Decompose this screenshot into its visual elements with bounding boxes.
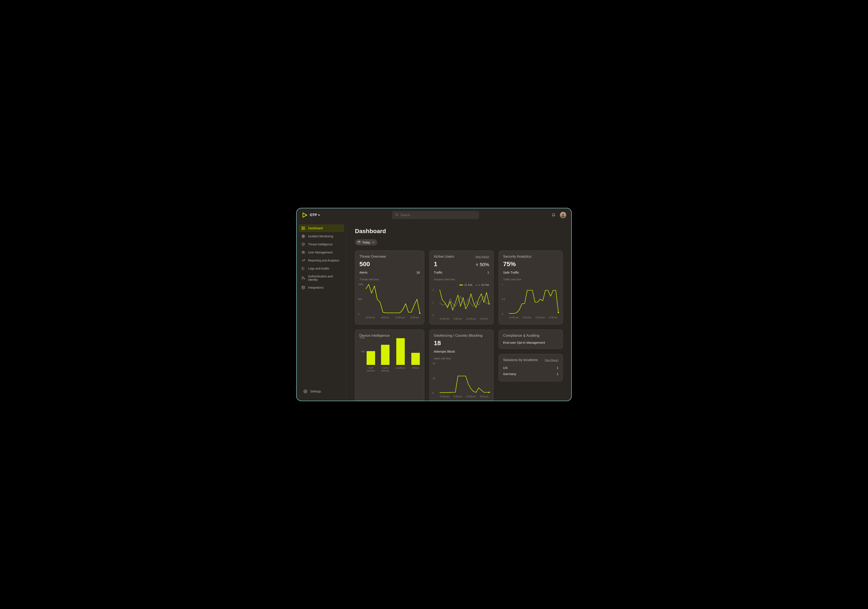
sidebar-item-integrations[interactable]: Integrations [299, 284, 344, 291]
svg-point-12 [302, 251, 303, 253]
sidebar-item-label: User Management [308, 251, 332, 254]
card-title: Active Users [434, 254, 454, 259]
svg-point-25 [558, 312, 559, 313]
svg-point-9 [302, 235, 305, 238]
chart-label: Traffic over time [503, 278, 558, 281]
content: Dashboard Today ✕ Threat Overview 500 Al… [346, 222, 571, 401]
close-icon[interactable]: ✕ [372, 241, 375, 244]
filter-chip-label: Today [362, 241, 370, 244]
search-input[interactable] [400, 213, 476, 217]
metric-value: 500 [360, 260, 420, 268]
sub-label: Alerts [360, 271, 367, 274]
chart-icon [301, 259, 305, 262]
card-title: Sessions by locations [503, 358, 538, 362]
metric-value: 75% [503, 260, 558, 268]
sub-label: Traffic [434, 271, 442, 274]
svg-point-14 [302, 277, 304, 278]
page-title: Dashboard [355, 228, 563, 235]
session-row: US1 [503, 365, 558, 371]
line-chart: 01020 [434, 362, 489, 394]
bell-icon[interactable] [552, 212, 556, 218]
sidebar-item-label: Reporting and Analytics [308, 259, 339, 262]
svg-point-15 [304, 278, 305, 279]
x-axis-ticks: 12:00 am6:00 am12:00 pm6:00 pm [360, 315, 420, 319]
view-report-link[interactable]: View Report [475, 255, 489, 258]
svg-rect-8 [304, 229, 305, 230]
chart-label: Threats with time [360, 278, 420, 281]
user-key-icon [301, 276, 305, 280]
sidebar-item-reporting-and-analytics[interactable]: Reporting and Analytics [299, 257, 344, 264]
sidebar-item-threat-intelligence[interactable]: Threat Intelligence [299, 240, 344, 248]
logo-icon [302, 212, 308, 218]
delta-value: 50% [475, 262, 489, 267]
filter-chip-today[interactable]: Today ✕ [355, 239, 377, 245]
sidebar-item-label: Logs and Audits [308, 267, 329, 270]
card-active-users: Active Users View Report 1 50% Tr [429, 251, 494, 324]
svg-line-3 [397, 215, 398, 216]
line-chart: 05001000 [360, 283, 420, 315]
sidebar-item-dashboard[interactable]: Dashboard [299, 225, 344, 232]
card-threat-overview: Threat Overview 500 Alerts 18 Threats wi… [355, 251, 424, 324]
card-compliance: Compliance & Auditing End-user Opt-in Ma… [499, 330, 563, 349]
chart-legend: 21 Feb 20 Feb [434, 284, 489, 287]
sessions-list: US1Germany1 [503, 365, 558, 377]
card-sessions-by-location: Sessions by locations View Report US1Ger… [499, 354, 563, 381]
svg-rect-7 [302, 229, 303, 230]
card-title: Compliance & Auditing [503, 333, 539, 338]
bar-chart: 5001000 VoIP devicesCarrier devicesLandl… [360, 338, 420, 372]
svg-point-13 [304, 251, 305, 253]
sidebar-item-user-management[interactable]: User Management [299, 249, 344, 256]
sidebar-item-authentication-and-identity[interactable]: Authentication and Identity [299, 273, 344, 283]
svg-point-2 [396, 214, 398, 215]
sidebar-item-label: Integrations [308, 286, 324, 289]
svg-point-1 [306, 214, 307, 215]
sub-value: 18 [416, 271, 420, 274]
sub-label: Attempts Block [434, 350, 455, 353]
brand: OTP + [302, 212, 344, 218]
session-row: Germany1 [503, 371, 558, 377]
svg-point-22 [419, 313, 421, 314]
gear-icon [304, 389, 307, 393]
card-device-intelligence: Device Intelligence 5001000 VoIP devices… [355, 330, 424, 401]
chart-label: Sessions with time [434, 278, 489, 281]
chart-label: Sales with time [434, 357, 489, 360]
search-icon [395, 213, 398, 217]
metric-value: 1 [434, 260, 437, 268]
topbar: OTP + [297, 208, 571, 222]
svg-point-10 [302, 236, 304, 237]
sidebar: DashboardIncident MonitoringThreat Intel… [297, 222, 346, 401]
sidebar-item-label: Settings [310, 390, 321, 393]
svg-point-17 [305, 391, 306, 392]
x-axis-ticks: 12:00 am6:00 am12:00 pm6:00 pm [503, 315, 558, 319]
svg-rect-6 [304, 227, 305, 228]
search-box[interactable] [392, 211, 479, 219]
target-icon [301, 234, 305, 238]
sidebar-item-label: Threat Intelligence [308, 243, 332, 246]
rocket-icon [301, 267, 305, 270]
avatar[interactable] [560, 212, 566, 218]
svg-point-4 [562, 214, 564, 215]
svg-point-16 [302, 286, 305, 287]
grid-icon [301, 226, 305, 230]
sidebar-item-label: Dashboard [308, 226, 323, 230]
x-axis-ticks: 12:00 am6:00 am12:00 pm6:00 pm [434, 316, 489, 320]
svg-point-11 [303, 236, 304, 237]
bar-others: Others [411, 353, 420, 372]
sidebar-item-incident-monitoring[interactable]: Incident Monitoring [299, 232, 344, 240]
view-report-link[interactable]: View Report [545, 359, 558, 362]
compliance-line: End-user Opt-in Management [503, 341, 558, 344]
brand-name: OTP + [310, 213, 320, 217]
x-axis-ticks: 12:00 am6:00 am12:00 pm6:00 pm [434, 394, 489, 398]
card-geofencing: Geofencing / Country Blocking 18 Attempt… [429, 330, 494, 401]
bar-landlines: Landlines [395, 338, 405, 372]
sidebar-item-settings[interactable]: Settings [301, 387, 342, 395]
sidebar-item-label: Authentication and Identity [308, 274, 342, 281]
card-security-analytics: Security Analytics 75% Safe Traffic Traf… [499, 251, 563, 324]
sidebar-item-logs-and-audits[interactable]: Logs and Audits [299, 265, 344, 272]
arrow-down-icon [475, 262, 479, 267]
bar-carrier-devices: Carrier devices [381, 345, 389, 372]
card-title: Threat Overview [360, 254, 386, 259]
sub-value: 1 [487, 271, 489, 274]
sub-label: Safe Traffic [503, 271, 519, 274]
users-icon [301, 251, 305, 254]
